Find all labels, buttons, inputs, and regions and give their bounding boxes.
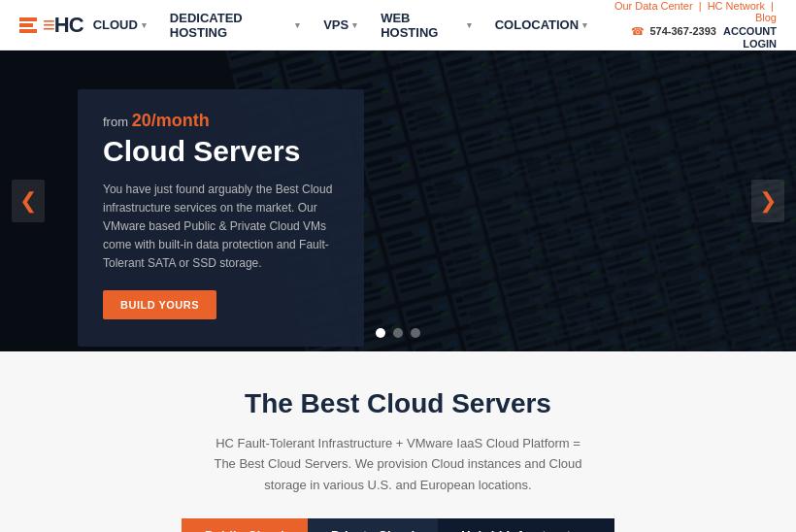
main-nav: CLOUD ▾ DEDICATED HOSTING ▾ VPS ▾ WEB HO…	[83, 5, 598, 46]
vps-caret: ▾	[352, 20, 357, 30]
dedicated-caret: ▾	[295, 20, 300, 30]
hero-dot-3[interactable]	[411, 328, 420, 338]
content-section: The Best Cloud Servers HC Fault-Tolerant…	[0, 351, 796, 532]
hero-prev-button[interactable]: ❮	[12, 180, 45, 222]
nav-colocation[interactable]: COLOCATION ▾	[485, 12, 597, 38]
nav-webhosting[interactable]: WEB HOSTING ▾	[371, 5, 481, 46]
hero-next-button[interactable]: ❯	[751, 180, 784, 222]
hero-card: from 20/month Cloud Servers You have jus…	[78, 89, 364, 347]
hero-from: from 20/month	[103, 111, 339, 131]
top-right: Our Data Center | HC Network | Blog ☎ 57…	[597, 0, 777, 50]
tabs-row: Public Cloud Private Cloud Hybrid Infras…	[19, 518, 777, 532]
nav-dedicated[interactable]: DEDICATED HOSTING ▾	[160, 5, 310, 46]
tab-public-cloud[interactable]: Public Cloud	[182, 518, 308, 532]
webhosting-caret: ▾	[467, 20, 472, 30]
hero-section: ❮ from 20/month Cloud Servers You have j…	[0, 50, 796, 351]
account-login-link[interactable]: ACCOUNT LOGIN	[723, 25, 777, 50]
hero-price: 20/month	[132, 111, 210, 130]
blog-link[interactable]: Blog	[755, 12, 777, 23]
logo-text: ≡HC	[43, 13, 83, 38]
logo[interactable]: ≡HC	[19, 13, 83, 38]
colocation-caret: ▾	[582, 20, 587, 30]
phone-row: ☎ 574-367-2393 ACCOUNT LOGIN	[597, 25, 777, 50]
hero-description: You have just found arguably the Best Cl…	[103, 181, 339, 274]
hero-dot-1[interactable]	[376, 328, 385, 338]
tab-hybrid-infrastructure[interactable]: Hybrid Infrastructure	[438, 518, 614, 532]
section-description: HC Fault-Tolerant Infrastructure + VMwar…	[214, 433, 582, 495]
nav-cloud[interactable]: CLOUD ▾	[83, 12, 156, 38]
phone-icon: ☎	[631, 25, 645, 37]
build-yours-button[interactable]: BUILD YOURS	[103, 290, 216, 319]
hero-title: Cloud Servers	[103, 135, 339, 169]
our-datacenter-link[interactable]: Our Data Center	[614, 0, 693, 12]
top-links: Our Data Center | HC Network | Blog	[597, 0, 777, 23]
section-title: The Best Cloud Servers	[19, 388, 777, 419]
topbar: ≡HC CLOUD ▾ DEDICATED HOSTING ▾ VPS ▾ WE…	[0, 0, 796, 50]
hero-dot-2[interactable]	[393, 328, 403, 338]
tab-private-cloud[interactable]: Private Cloud	[308, 518, 438, 532]
hero-dots	[376, 328, 420, 338]
hc-network-link[interactable]: HC Network	[708, 0, 765, 12]
cloud-caret: ▾	[142, 20, 147, 30]
nav-vps[interactable]: VPS ▾	[314, 12, 367, 38]
logo-icon	[19, 17, 37, 33]
